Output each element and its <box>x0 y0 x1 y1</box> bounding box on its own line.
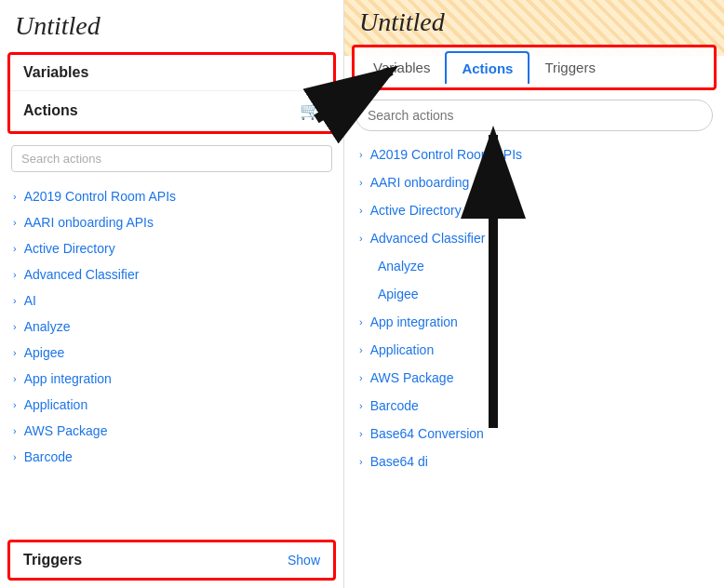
chevron-right-icon: › <box>359 316 363 327</box>
list-item[interactable]: ›Base64 Conversion <box>344 420 724 448</box>
list-item[interactable]: ›Application <box>0 392 343 418</box>
chevron-right-icon: › <box>13 269 17 280</box>
chevron-right-icon: › <box>359 428 363 439</box>
list-item[interactable]: ›Advanced Classifier <box>344 224 724 252</box>
actions-row[interactable]: Actions 🛒 <box>10 91 333 131</box>
show-button[interactable]: Show <box>288 553 320 568</box>
tabs-container: Variables Actions Triggers <box>352 45 717 90</box>
chevron-right-icon: › <box>13 321 17 332</box>
chevron-right-icon: › <box>13 399 17 410</box>
list-item[interactable]: ›Application <box>344 336 724 364</box>
list-item: Analyze <box>344 252 724 280</box>
tab-variables[interactable]: Variables <box>358 52 445 83</box>
chevron-right-icon: › <box>13 451 17 462</box>
variables-label: Variables <box>23 64 88 81</box>
chevron-right-icon: › <box>359 344 363 355</box>
left-red-box: Variables Actions 🛒 <box>7 52 336 134</box>
chevron-right-icon: › <box>359 233 363 244</box>
list-item[interactable]: ›AI <box>0 287 343 314</box>
chevron-right-icon: › <box>359 205 363 216</box>
chevron-right-icon: › <box>359 149 363 160</box>
search-input-right[interactable] <box>355 100 713 131</box>
list-item[interactable]: ›App integration <box>344 308 724 336</box>
cart-icon: 🛒 <box>300 100 320 121</box>
chevron-right-icon: › <box>359 400 363 411</box>
chevron-right-icon: › <box>13 425 17 436</box>
search-input-left[interactable]: Search actions <box>11 145 332 172</box>
list-item[interactable]: ›Barcode <box>344 392 724 420</box>
triggers-row: Triggers Show <box>7 540 336 581</box>
variables-row: Variables <box>10 55 333 91</box>
list-item[interactable]: ›Active Directory <box>0 235 343 261</box>
list-item[interactable]: ›AWS Package <box>0 418 343 444</box>
chevron-right-icon: › <box>13 347 17 358</box>
left-title: Untitled <box>0 0 343 48</box>
list-item[interactable]: ›Base64 di <box>344 448 724 475</box>
list-item[interactable]: ›Apigee <box>0 340 343 366</box>
actions-label: Actions <box>23 102 78 119</box>
tab-triggers[interactable]: Triggers <box>530 52 610 83</box>
no-chevron-label: Apigee <box>378 287 419 301</box>
chevron-right-icon: › <box>359 456 363 467</box>
list-item[interactable]: ›App integration <box>0 366 343 392</box>
chevron-right-icon: › <box>13 217 17 228</box>
chevron-right-icon: › <box>13 191 17 202</box>
right-title: Untitled <box>344 0 724 41</box>
list-item: Apigee <box>344 280 724 308</box>
chevron-right-icon: › <box>359 177 363 188</box>
right-action-list: ›A2019 Control Room APIs ›AARI onboardin… <box>344 137 724 588</box>
left-panel: Untitled Variables Actions 🛒 Search acti… <box>0 0 344 588</box>
chevron-right-icon: › <box>13 243 17 254</box>
list-item[interactable]: ›Analyze <box>0 314 343 340</box>
list-item[interactable]: ›Active Directory <box>344 196 724 224</box>
chevron-right-icon: › <box>359 372 363 383</box>
right-panel: Untitled Variables Actions Triggers ›A20… <box>344 0 724 588</box>
no-chevron-label: Analyze <box>378 259 424 274</box>
list-item[interactable]: ›AARI onboarding APIs <box>0 209 343 235</box>
list-item[interactable]: ›Advanced Classifier <box>0 261 343 287</box>
list-item[interactable]: ›AWS Package <box>344 364 724 392</box>
list-item[interactable]: ›Barcode <box>0 444 343 470</box>
list-item[interactable]: ›AARI onboarding APIs <box>344 168 724 196</box>
list-item[interactable]: ›A2019 Control Room APIs <box>344 140 724 168</box>
chevron-right-icon: › <box>13 373 17 384</box>
list-item[interactable]: ›A2019 Control Room APIs <box>0 183 343 209</box>
chevron-right-icon: › <box>13 295 17 306</box>
tab-actions[interactable]: Actions <box>445 51 530 84</box>
left-action-list: ›A2019 Control Room APIs ›AARI onboardin… <box>0 180 343 536</box>
triggers-label: Triggers <box>23 552 82 568</box>
